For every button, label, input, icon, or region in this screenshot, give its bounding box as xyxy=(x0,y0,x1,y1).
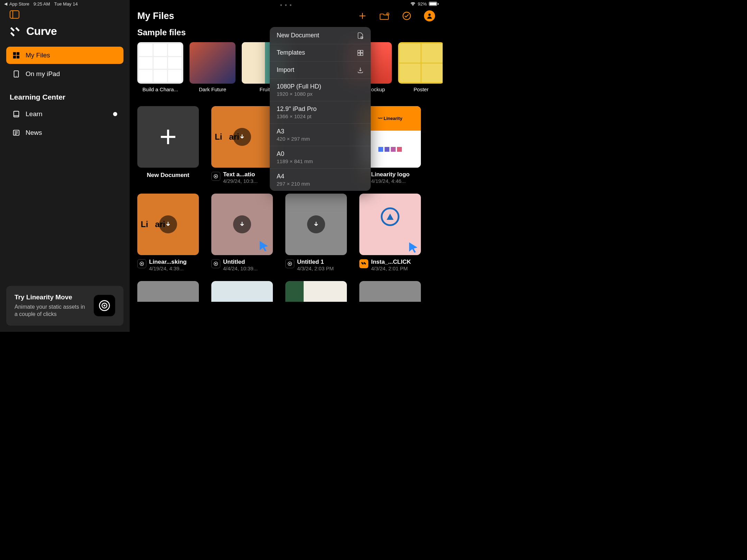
plus-icon xyxy=(158,127,178,147)
sample-card[interactable]: Poster xyxy=(398,42,443,92)
sample-label: Poster xyxy=(398,86,443,92)
preset-title: A4 xyxy=(277,173,284,180)
promo-app-icon xyxy=(94,295,115,316)
sidebar-item-label: Learn xyxy=(26,110,43,118)
ipad-icon xyxy=(12,70,20,78)
svg-point-27 xyxy=(141,263,142,264)
svg-rect-0 xyxy=(13,52,16,55)
app-name: Curve xyxy=(26,25,57,38)
sample-label: Build a Chara... xyxy=(137,86,183,92)
add-button[interactable] xyxy=(358,11,367,21)
file-thumb xyxy=(211,194,273,255)
app-logo: Curve xyxy=(0,25,130,47)
preset-title: 12.9" iPad Pro xyxy=(277,105,316,113)
file-thumb-partial[interactable] xyxy=(137,281,199,302)
file-type-icon xyxy=(137,259,146,268)
preset-sub: 297 × 210 mm xyxy=(277,181,310,187)
file-thumb: Li ari xyxy=(211,106,273,168)
svg-rect-37 xyxy=(358,53,360,55)
file-type-icon xyxy=(285,259,294,268)
svg-rect-6 xyxy=(14,111,19,117)
download-icon xyxy=(233,215,251,233)
sample-thumb xyxy=(398,42,443,84)
file-name: Insta_...CLICK xyxy=(371,259,421,265)
battery-icon xyxy=(429,2,439,6)
new-document-label: New Document xyxy=(137,172,199,179)
new-document-dropdown: New Document Templates Import 1080P (Ful… xyxy=(270,27,371,191)
file-thumb-partial[interactable] xyxy=(211,281,273,302)
preset-title: A3 xyxy=(277,128,284,135)
status-date: Tue May 14 xyxy=(54,1,78,7)
svg-point-21 xyxy=(428,13,431,16)
new-document-thumb xyxy=(137,106,199,168)
learning-center-label: Learning Center xyxy=(0,84,130,105)
preset-title: 1080P (Full HD) xyxy=(277,83,321,90)
dropdown-item-import[interactable]: Import xyxy=(270,62,371,79)
sidebar-toggle-icon[interactable] xyxy=(10,10,19,19)
svg-point-14 xyxy=(103,305,105,307)
download-icon xyxy=(307,215,325,233)
wifi-icon xyxy=(410,2,416,6)
new-folder-button[interactable] xyxy=(380,11,389,21)
svg-rect-3 xyxy=(17,56,19,58)
svg-rect-36 xyxy=(361,50,363,53)
cursor-icon xyxy=(258,240,270,252)
file-thumb-partial[interactable] xyxy=(285,281,347,302)
preset-sub: 420 × 297 mm xyxy=(277,136,310,142)
svg-rect-35 xyxy=(358,50,360,53)
file-card[interactable]: Li ari Text a...atio 4/29/24, 10:3... xyxy=(211,106,273,184)
file-date: 4/3/24, 2:03 PM xyxy=(297,265,347,271)
file-date: 4/19/24, 4:39... xyxy=(149,265,199,271)
sample-thumb xyxy=(137,42,183,84)
sample-card[interactable]: Dark Future xyxy=(190,42,236,92)
file-card[interactable]: Untitled 4/4/24, 10:39... xyxy=(211,194,273,271)
file-name: Linear...sking xyxy=(149,259,199,265)
dropdown-preset-a3[interactable]: A3 420 × 297 mm xyxy=(270,124,371,146)
dropdown-preset-a0[interactable]: A0 1189 × 841 mm xyxy=(270,146,371,169)
svg-point-5 xyxy=(16,76,17,77)
select-button[interactable] xyxy=(402,11,412,21)
file-date: 4/19/24, 4:46... xyxy=(371,178,421,184)
file-type-icon xyxy=(211,259,220,268)
file-card[interactable]: Untitled 1 4/3/24, 2:03 PM xyxy=(285,194,347,271)
dropdown-item-templates[interactable]: Templates xyxy=(270,44,371,62)
back-arrow-icon[interactable]: ◀ xyxy=(4,1,7,6)
file-date: 4/3/24, 2:01 PM xyxy=(371,265,421,271)
news-icon xyxy=(12,129,20,137)
file-thumb xyxy=(359,194,421,255)
file-card[interactable]: Insta_...CLICK 4/3/24, 2:01 PM xyxy=(359,194,421,271)
sidebar-item-on-my-ipad[interactable]: On my iPad xyxy=(6,65,123,83)
promo-card[interactable]: Try Linearity Move Animate your static a… xyxy=(6,286,123,326)
sidebar-item-learn[interactable]: Learn xyxy=(6,105,123,123)
sidebar-item-news[interactable]: News xyxy=(6,124,123,141)
battery-pct: 92% xyxy=(418,1,427,7)
file-card[interactable]: Li ari Linear...sking 4/19/24, 4:39... xyxy=(137,194,199,271)
back-app-label[interactable]: App Store xyxy=(9,1,29,7)
sample-label: Dark Future xyxy=(190,86,236,92)
svg-rect-1 xyxy=(17,52,19,55)
files-grid-partial xyxy=(137,281,435,302)
svg-rect-2 xyxy=(13,56,16,58)
status-time: 9:25 AM xyxy=(34,1,50,7)
profile-button[interactable] xyxy=(424,10,435,21)
sidebar: Curve My Files On my iPad Learning Cente… xyxy=(0,0,130,332)
new-document-card[interactable]: New Document xyxy=(137,106,199,184)
svg-point-29 xyxy=(215,263,216,264)
sidebar-item-my-files[interactable]: My Files xyxy=(6,47,123,64)
file-thumb xyxy=(285,194,347,255)
dropdown-label: Templates xyxy=(277,49,305,56)
cursor-icon xyxy=(407,241,419,254)
dropdown-preset-a4[interactable]: A4 297 × 210 mm xyxy=(270,169,371,191)
file-thumb-partial[interactable] xyxy=(359,281,421,302)
sample-card[interactable]: Build a Chara... xyxy=(137,42,183,92)
file-name: Untitled 1 xyxy=(297,259,347,265)
preset-sub: 1189 × 841 mm xyxy=(277,158,313,164)
dropdown-preset-ipad-pro[interactable]: 12.9" iPad Pro 1366 × 1024 pt xyxy=(270,101,371,124)
svg-rect-38 xyxy=(361,53,363,55)
dropdown-item-new-document[interactable]: New Document xyxy=(270,27,371,44)
file-type-icon xyxy=(211,172,220,181)
sidebar-item-label: My Files xyxy=(26,52,50,59)
dropdown-preset-1080p[interactable]: 1080P (Full HD) 1920 × 1080 px xyxy=(270,79,371,101)
templates-icon xyxy=(357,49,364,56)
file-name: Linearity logo xyxy=(371,171,421,178)
